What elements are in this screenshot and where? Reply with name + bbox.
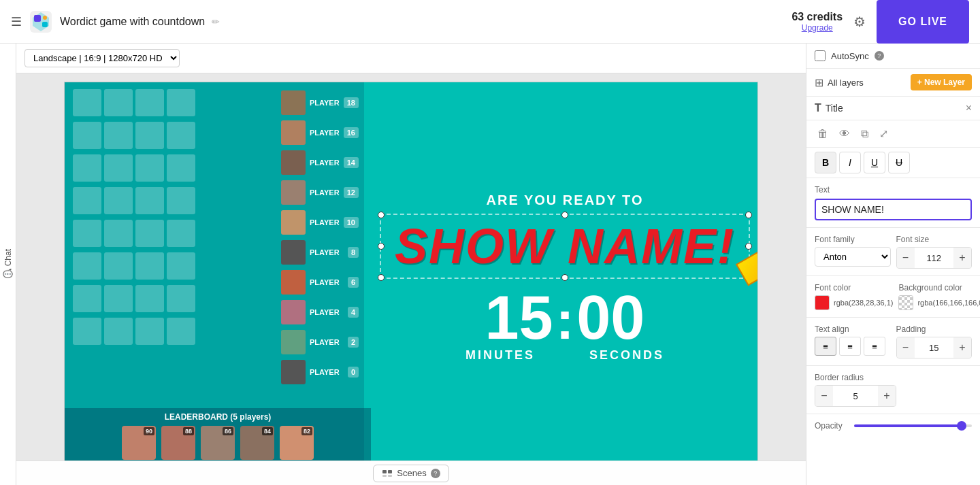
grid-cell [73,252,101,280]
font-section: Font family Anton Font size − 112 + [806,228,980,276]
opacity-row: Opacity [806,414,980,437]
player-score: 10 [344,217,359,228]
top-bar-right: 63 credits Upgrade ⚙ GO LIVE [791,0,969,44]
show-name-box[interactable]: SHOW NAME! [380,214,750,279]
padding-col: Padding − 15 + [896,324,973,358]
align-left-button[interactable]: ≡ [815,337,836,356]
upgrade-link[interactable]: Upgrade [791,23,843,33]
leaderboard-players: 90 PLAYER 88 PLAYER [70,426,365,461]
lb-avatar: 84 [240,426,274,460]
grid-cell [167,285,195,312]
lb-score: 86 [223,427,233,435]
app-logo [29,10,53,34]
grid-cell [104,285,133,312]
duplicate-icon[interactable]: ⧉ [858,125,871,143]
padding-decrease[interactable]: − [897,337,915,358]
player-name: PLAYER [310,158,340,167]
opacity-slider[interactable] [854,424,972,427]
player-avatar [281,360,306,384]
settings-icon[interactable]: ⚙ [853,14,866,30]
layer-title-left: T Title [815,102,843,114]
menu-icon[interactable]: ☰ [11,14,22,29]
font-family-label: Font family [815,235,891,244]
strikethrough-button[interactable]: U [888,152,910,173]
border-radius-increase[interactable]: + [878,386,896,406]
align-padding-row: Text align ≡ ≡ ≡ Padding − 15 + [815,324,972,358]
selection-handle-tl [378,212,385,218]
bg-color-swatch[interactable] [898,295,913,310]
font-family-select[interactable]: Anton [815,247,891,267]
border-radius-label: Border radius [815,373,972,382]
align-right-button[interactable]: ≡ [864,337,885,356]
player-row: PLAYER 2 [278,329,361,356]
autosync-label: AutoSync [831,51,869,61]
player-name: PLAYER [310,248,344,256]
timer-separator: : [556,293,574,348]
all-layers-button[interactable]: ⊞ All layers [815,76,864,89]
font-color-swatch[interactable] [815,295,830,310]
scenes-bar: Scenes ? [16,461,806,485]
top-bar: ☰ Wordict game with countdown ✏ 63 credi… [0,0,980,44]
grid-cell [167,122,195,149]
resize-icon[interactable]: ⤢ [877,124,891,143]
border-radius-decrease[interactable]: − [815,386,833,406]
hide-icon[interactable]: 👁 [836,125,853,143]
player-row: PLAYER 6 [278,269,361,296]
font-size-decrease[interactable]: − [897,248,915,268]
resolution-select[interactable]: Landscape | 16:9 | 1280x720 HD [24,49,180,67]
main-layout: 💬 Chat Landscape | 16:9 | 1280x720 HD [0,44,980,485]
new-layer-button[interactable]: + New Layer [911,74,972,90]
grid-cell [167,220,195,247]
grid-cell [73,318,101,345]
grid-cell [167,89,195,116]
player-name: PLAYER [310,308,344,316]
text-input[interactable] [815,199,972,220]
chat-tab[interactable]: 💬 Chat [0,44,16,485]
lb-score: 84 [262,427,273,435]
chat-label[interactable]: 💬 Chat [3,249,13,279]
align-center-button[interactable]: ≡ [839,337,861,356]
player-name: PLAYER [310,338,344,346]
grid-cell [135,285,164,312]
minutes-label: MINUTES [466,348,535,363]
font-color-value: rgba(238,28,36,1) [834,299,893,307]
player-score: 4 [348,307,359,318]
go-live-button[interactable]: GO LIVE [877,0,969,44]
autosync-help-icon: ? [875,51,884,61]
font-size-col: Font size − 112 + [896,235,973,269]
player-avatar [281,270,306,295]
lb-player: 86 PLAYER [201,426,235,461]
player-score: 8 [348,247,359,258]
player-avatar [281,210,306,235]
svg-rect-7 [382,475,387,477]
grid-cell [167,252,195,280]
grid-area: PLAYER 18 PLAYER 16 PLAYER 14 [65,82,364,461]
timer-display: 15 : 00 [485,287,645,348]
text-section-label: Text [815,185,972,195]
scenes-button[interactable]: Scenes ? [373,465,448,482]
close-panel-icon[interactable]: × [966,102,972,114]
edit-icon[interactable]: ✏ [212,16,220,27]
delete-icon[interactable]: 🗑 [815,125,831,143]
underline-button[interactable]: U [864,152,885,173]
show-name-text: SHOW NAME! [395,222,735,271]
opacity-label: Opacity [815,421,849,431]
grid-cell [73,122,101,149]
autosync-checkbox[interactable] [815,50,826,61]
grid-cell [73,220,101,247]
lb-avatar: 82 [280,426,314,460]
seconds-label: SECONDS [589,348,664,363]
selection-handle-bl [378,274,385,281]
selection-handle-tm [561,212,568,218]
font-size-increase[interactable]: + [953,248,971,268]
italic-button[interactable]: I [839,152,861,173]
padding-stepper: − 15 + [896,337,973,358]
leaderboard-bar: LEADERBOARD (5 players) 90 PLAYER 88 [65,408,371,461]
main-text-area: ARE YOU READY TO SHOW NAME! [371,82,758,461]
player-row: PLAYER 18 [278,89,361,116]
timer-seconds: 00 [576,287,644,348]
layer-title-bar: T Title × [806,97,980,120]
scenes-label: Scenes [397,468,426,478]
padding-increase[interactable]: + [953,337,971,358]
bold-button[interactable]: B [815,152,836,173]
